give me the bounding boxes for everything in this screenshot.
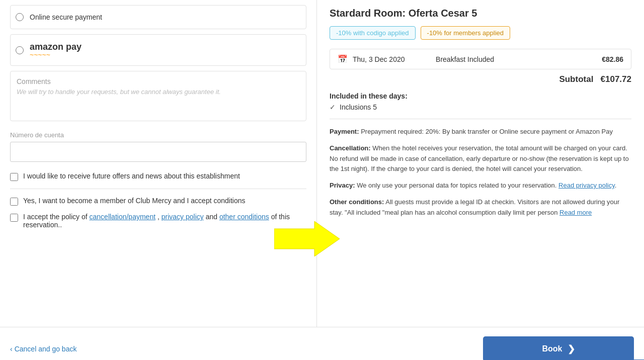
policy-mid: and: [206, 213, 219, 221]
cancellation-text: When the hotel receives your reservation…: [330, 144, 629, 173]
privacy-text: We only use your personal data for topic…: [357, 182, 558, 189]
inclusion-text-1: Inclusions 5: [340, 103, 377, 111]
cancellation-link[interactable]: cancellation/payment: [90, 213, 156, 221]
online-payment-option[interactable]: Online secure payment: [10, 5, 306, 29]
yellow-arrow-indicator: [274, 221, 340, 256]
badge-blue: -10% with codigo applied: [330, 26, 416, 40]
cancellation-info: Cancellation: When the hotel receives yo…: [330, 143, 631, 174]
amazon-pay-text: amazon pay: [30, 42, 82, 51]
calendar-icon: 📅: [338, 54, 348, 64]
account-number-label: Número de cuenta: [10, 131, 306, 139]
payment-label: Payment:: [330, 128, 359, 135]
read-more-link[interactable]: Read more: [559, 209, 592, 216]
svg-marker-0: [274, 221, 340, 256]
policy-checkbox[interactable]: [10, 214, 18, 222]
amazon-pay-option[interactable]: amazon pay ~~~~~: [10, 34, 306, 66]
read-privacy-link[interactable]: Read privacy policy: [558, 182, 615, 189]
offers-checkbox[interactable]: [10, 173, 18, 181]
book-button[interactable]: Book ❯: [483, 336, 634, 360]
subtotal-row: Subtotal €107.72: [330, 74, 631, 84]
payment-text: Prepayment required: 20%: By bank transf…: [361, 128, 613, 135]
booking-date: Thu, 3 Dec 2020: [353, 55, 436, 63]
conditions-block: Payment: Prepayment required: 20%: By ba…: [330, 127, 631, 218]
page-container: Online secure payment amazon pay ~~~~~ C…: [0, 0, 644, 360]
offers-checkbox-row: I would like to receive future offers an…: [10, 172, 306, 181]
booking-description: Breakfast Included: [436, 55, 602, 63]
badges-container: -10% with codigo applied -10% for member…: [330, 26, 631, 40]
cancel-link[interactable]: ‹ Cancel and go back: [10, 345, 76, 353]
other-conditions-info: Other conditions: All guests must provid…: [330, 197, 631, 218]
left-panel: Online secure payment amazon pay ~~~~~ C…: [0, 0, 317, 327]
other-conditions-link[interactable]: other conditions: [219, 213, 269, 221]
privacy-suffix: .: [615, 182, 617, 189]
booking-row: 📅 Thu, 3 Dec 2020 Breakfast Included €82…: [330, 49, 631, 69]
room-title: Stardard Room: Oferta Cesar 5: [330, 8, 631, 19]
book-label: Book: [542, 344, 562, 353]
subtotal-label: Subtotal: [559, 74, 593, 84]
offers-label: I would like to receive future offers an…: [23, 172, 240, 180]
comments-placeholder: We will try to handle your requests, but…: [17, 88, 300, 96]
amazon-pay-logo: amazon pay ~~~~~: [30, 42, 82, 58]
inclusions-title: Included in these days:: [330, 92, 631, 100]
cancel-label: Cancel and go back: [15, 345, 77, 353]
policy-checkbox-row: I accept the policy of cancellation/paym…: [10, 213, 306, 229]
policy-label: I accept the policy of cancellation/paym…: [23, 213, 306, 229]
online-secure-label: Online secure payment: [30, 13, 102, 21]
privacy-policy-link[interactable]: privacy policy: [162, 213, 204, 221]
policy-sep1: ,: [157, 213, 162, 221]
inclusion-item-1: ✓ Inclusions 5: [330, 103, 631, 111]
divider-1: [10, 189, 306, 189]
other-conditions-label: Other conditions:: [330, 198, 384, 206]
member-label: Yes, I want to become a member of Club M…: [23, 197, 246, 205]
policy-pre: I accept the policy of: [23, 213, 90, 221]
right-panel: Stardard Room: Oferta Cesar 5 -10% with …: [317, 0, 644, 327]
comments-label: Comments: [17, 77, 300, 85]
comments-section[interactable]: Comments We will try to handle your requ…: [10, 71, 306, 121]
privacy-label: Privacy:: [330, 182, 355, 189]
amazon-pay-radio[interactable]: [16, 46, 24, 54]
cancellation-label: Cancellation:: [330, 144, 371, 152]
book-chevron-icon: ❯: [568, 343, 575, 354]
privacy-info: Privacy: We only use your personal data …: [330, 181, 631, 191]
main-content: Online secure payment amazon pay ~~~~~ C…: [0, 0, 644, 327]
inclusions-section: Included in these days: ✓ Inclusions 5: [330, 92, 631, 111]
account-number-input[interactable]: [10, 142, 306, 162]
member-checkbox-row: Yes, I want to become a member of Club M…: [10, 197, 306, 206]
bottom-actions-bar: ‹ Cancel and go back Book ❯: [0, 327, 644, 360]
checkmark-icon: ✓: [330, 103, 336, 111]
payment-info: Payment: Prepayment required: 20%: By ba…: [330, 127, 631, 137]
amazon-arrow-icon: ~~~~~: [30, 52, 50, 58]
cancel-chevron-icon: ‹: [10, 345, 13, 353]
booking-price: €82.86: [602, 55, 623, 63]
subtotal-amount: €107.72: [601, 74, 631, 84]
conditions-separator: [330, 119, 631, 119]
badge-orange: -10% for members applied: [421, 26, 510, 40]
online-secure-radio[interactable]: [16, 13, 24, 21]
member-checkbox[interactable]: [10, 198, 18, 206]
